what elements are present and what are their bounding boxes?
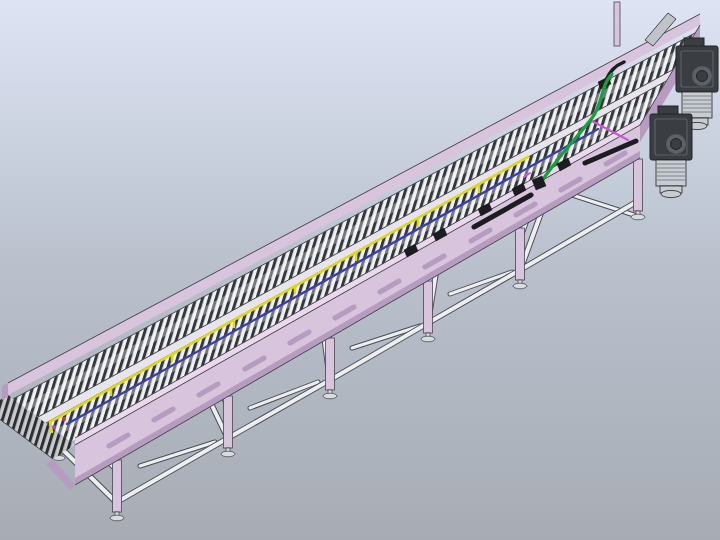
cad-viewport[interactable] — [0, 0, 720, 540]
conveyor-3d-model[interactable] — [0, 0, 720, 540]
cable-end-marker-red — [62, 417, 66, 421]
cable-end-marker-purple — [52, 425, 56, 429]
end-guard-post — [614, 2, 620, 46]
motor-end-cap — [661, 190, 681, 197]
drive-motor-2 — [650, 106, 692, 198]
